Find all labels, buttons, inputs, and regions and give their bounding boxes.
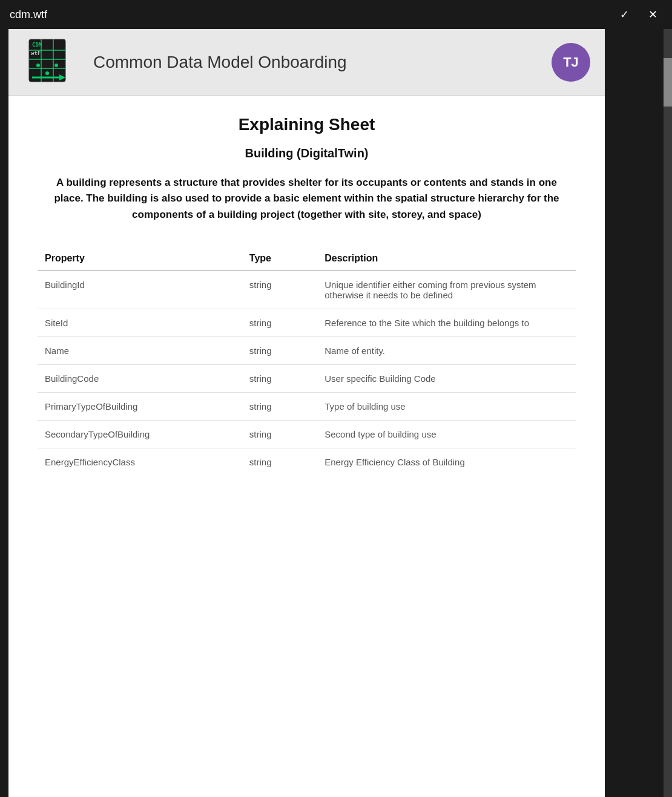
- cell-description: Type of building use: [317, 393, 576, 421]
- entity-title: Building (DigitalTwin): [38, 146, 576, 160]
- avatar-initials: TJ: [563, 54, 579, 70]
- col-header-description: Description: [317, 247, 576, 271]
- properties-table: Property Type Description BuildingIdstri…: [38, 247, 576, 476]
- page-content: Explaining Sheet Building (DigitalTwin) …: [8, 96, 605, 797]
- cell-type: string: [242, 448, 317, 476]
- cell-type: string: [242, 309, 317, 337]
- col-header-property: Property: [38, 247, 242, 271]
- cell-type: string: [242, 421, 317, 448]
- cell-property: SecondaryTypeOfBuilding: [38, 421, 242, 448]
- cell-type: string: [242, 337, 317, 365]
- cell-type: string: [242, 365, 317, 393]
- page-title: Explaining Sheet: [38, 115, 576, 134]
- cell-description: User specific Building Code: [317, 365, 576, 393]
- avatar[interactable]: TJ: [552, 43, 590, 82]
- cell-description: Name of entity.: [317, 337, 576, 365]
- entity-description: A building represents a structure that p…: [38, 175, 576, 223]
- table-row: SiteIdstringReference to the Site which …: [38, 309, 576, 337]
- table-row: SecondaryTypeOfBuildingstringSecond type…: [38, 421, 576, 448]
- cell-description: Unique identifier either coming from pre…: [317, 271, 576, 309]
- cell-property: BuildingId: [38, 271, 242, 309]
- scrollbar-thumb[interactable]: [664, 58, 672, 107]
- cell-property: Name: [38, 337, 242, 365]
- title-bar: cdm.wtf ✓ ✕: [0, 0, 672, 29]
- cell-description: Energy Efficiency Class of Building: [317, 448, 576, 476]
- app-logo: CDM wtF: [26, 38, 81, 87]
- cell-property: SiteId: [38, 309, 242, 337]
- table-row: PrimaryTypeOfBuildingstringType of build…: [38, 393, 576, 421]
- svg-point-11: [45, 71, 49, 75]
- table-row: EnergyEfficiencyClassstringEnergy Effici…: [38, 448, 576, 476]
- svg-point-12: [54, 64, 58, 67]
- app-title: Common Data Model Onboarding: [93, 53, 552, 72]
- scrollbar-track: [664, 29, 672, 797]
- cell-description: Second type of building use: [317, 421, 576, 448]
- cell-property: PrimaryTypeOfBuilding: [38, 393, 242, 421]
- table-row: NamestringName of entity.: [38, 337, 576, 365]
- table-row: BuildingIdstringUnique identifier either…: [38, 271, 576, 309]
- minimize-button[interactable]: ✓: [615, 5, 634, 24]
- cell-type: string: [242, 271, 317, 309]
- cell-type: string: [242, 393, 317, 421]
- window-content: CDM wtF Common Data Model Onboarding TJ …: [8, 29, 605, 797]
- logo-container: CDM wtF: [23, 36, 84, 88]
- svg-text:wtF: wtF: [31, 50, 41, 56]
- close-button[interactable]: ✕: [644, 5, 662, 24]
- table-row: BuildingCodestringUser specific Building…: [38, 365, 576, 393]
- window-title: cdm.wtf: [10, 8, 47, 21]
- svg-point-10: [36, 64, 40, 67]
- svg-text:CDM: CDM: [32, 42, 42, 48]
- table-header-row: Property Type Description: [38, 247, 576, 271]
- col-header-type: Type: [242, 247, 317, 271]
- cell-property: BuildingCode: [38, 365, 242, 393]
- cell-description: Reference to the Site which the building…: [317, 309, 576, 337]
- app-header: CDM wtF Common Data Model Onboarding TJ: [8, 29, 605, 96]
- cell-property: EnergyEfficiencyClass: [38, 448, 242, 476]
- window-controls: ✓ ✕: [615, 5, 662, 24]
